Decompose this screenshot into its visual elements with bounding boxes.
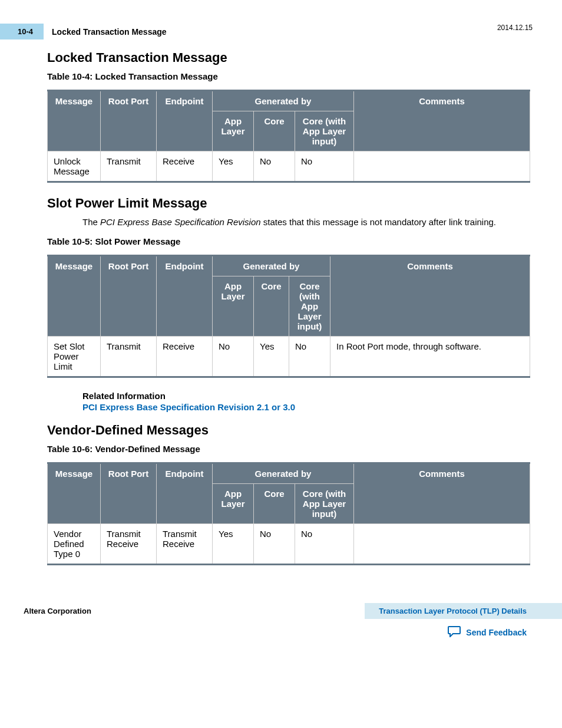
body-em: PCI Express Base Specification Revision <box>100 217 261 227</box>
cell-app-layer: No <box>213 337 254 377</box>
feedback-icon <box>447 625 461 639</box>
table-slot-power: Message Root Port Endpoint Generated by … <box>47 255 530 378</box>
table-caption-10-4: Table 10-4: Locked Transaction Message <box>47 71 533 81</box>
cell-core: No <box>254 151 295 182</box>
footer-chapter-link[interactable]: Transaction Layer Protocol (TLP) Details <box>365 603 562 619</box>
col-root-port: Root Port <box>101 463 157 524</box>
header-date: 2014.12.15 <box>497 24 533 32</box>
col-generated-by: Generated by <box>213 91 354 111</box>
table-caption-10-5: Table 10-5: Slot Power Message <box>47 236 533 246</box>
table-row: Set Slot Power Limit Transmit Receive No… <box>48 337 530 377</box>
col-message: Message <box>48 256 101 337</box>
cell-comments <box>354 151 530 182</box>
col-comments: Comments <box>330 256 530 337</box>
cell-app-layer: Yes <box>213 151 254 182</box>
col-generated-by: Generated by <box>213 463 354 484</box>
table-row: Vendor Defined Type 0 Transmit Receive T… <box>48 524 530 565</box>
col-core-app: Core (with App Layer input) <box>295 484 354 524</box>
table-row: Unlock Message Transmit Receive Yes No N… <box>48 151 530 182</box>
col-root-port: Root Port <box>101 256 157 337</box>
col-core: Core <box>254 276 289 337</box>
section-heading-vendor-defined: Vendor-Defined Messages <box>47 423 533 438</box>
table-vendor-defined: Message Root Port Endpoint Generated by … <box>47 462 530 565</box>
col-comments: Comments <box>354 463 530 524</box>
col-endpoint: Endpoint <box>157 256 213 337</box>
col-comments: Comments <box>354 91 530 151</box>
col-message: Message <box>48 463 101 524</box>
cell-endpoint: Receive <box>157 337 213 377</box>
cell-root-port: Transmit Receive <box>101 524 157 565</box>
header-title: Locked Transaction Message <box>52 27 167 37</box>
feedback-label: Send Feedback <box>466 628 527 637</box>
cell-app-layer: Yes <box>213 524 254 565</box>
cell-core: No <box>254 524 295 565</box>
cell-endpoint: Transmit Receive <box>157 524 213 565</box>
cell-endpoint: Receive <box>157 151 213 182</box>
cell-core-app: No <box>295 524 354 565</box>
related-information-heading: Related Information <box>82 391 533 401</box>
cell-message: Vendor Defined Type 0 <box>48 524 101 565</box>
col-core: Core <box>254 484 295 524</box>
table-locked-transaction: Message Root Port Endpoint Generated by … <box>47 90 530 183</box>
cell-core: Yes <box>254 337 289 377</box>
body-post: states that this message is not mandator… <box>261 217 496 227</box>
cell-message: Unlock Message <box>48 151 101 182</box>
col-app-layer: App Layer <box>213 111 254 151</box>
col-endpoint: Endpoint <box>157 91 213 151</box>
cell-core-app: No <box>295 151 354 182</box>
footer-corporation: Altera Corporation <box>24 607 91 615</box>
col-message: Message <box>48 91 101 151</box>
col-app-layer: App Layer <box>213 276 254 337</box>
page-number: 10-4 <box>0 24 44 39</box>
col-generated-by: Generated by <box>213 256 330 276</box>
body-pre: The <box>82 217 100 227</box>
section-heading-slot-power: Slot Power Limit Message <box>47 196 533 211</box>
table-caption-10-6: Table 10-6: Vendor-Defined Message <box>47 444 533 454</box>
cell-comments <box>354 524 530 565</box>
col-app-layer: App Layer <box>213 484 254 524</box>
col-core-app: Core (with App Layer input) <box>295 111 354 151</box>
slot-power-body: The PCI Express Base Specification Revis… <box>82 216 533 228</box>
page-header: 10-4 Locked Transaction Message <box>29 24 533 39</box>
cell-message: Set Slot Power Limit <box>48 337 101 377</box>
col-root-port: Root Port <box>101 91 157 151</box>
cell-core-app: No <box>289 337 330 377</box>
cell-root-port: Transmit <box>101 337 157 377</box>
col-core-app: Core (with App Layer input) <box>289 276 330 337</box>
col-core: Core <box>254 111 295 151</box>
cell-comments: In Root Port mode, through software. <box>330 337 530 377</box>
send-feedback-link[interactable]: Send Feedback <box>447 625 527 639</box>
cell-root-port: Transmit <box>101 151 157 182</box>
col-endpoint: Endpoint <box>157 463 213 524</box>
related-link-pci-spec[interactable]: PCI Express Base Specification Revision … <box>82 402 533 412</box>
section-heading-locked: Locked Transaction Message <box>47 50 533 65</box>
page-footer: Altera Corporation Transaction Layer Pro… <box>29 601 533 642</box>
